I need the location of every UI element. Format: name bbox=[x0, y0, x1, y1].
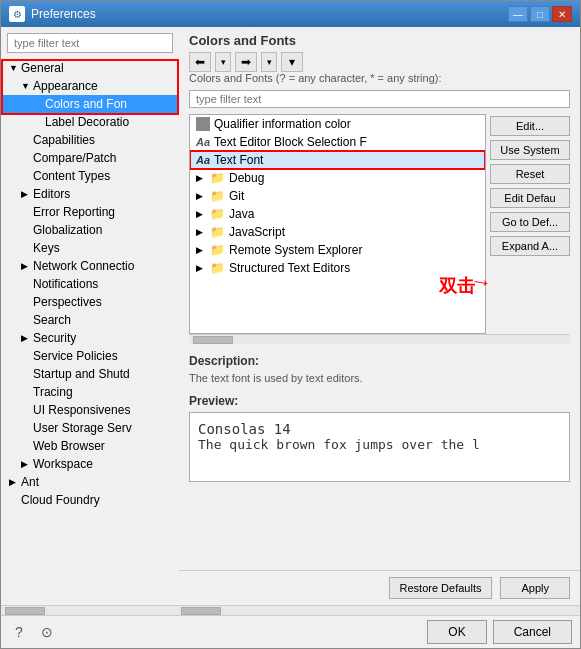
font-item-java[interactable]: ▶ 📁 Java bbox=[190, 205, 485, 223]
tree-item-security[interactable]: ▶ Security bbox=[1, 329, 179, 347]
tree-label-cloud-foundry: Cloud Foundry bbox=[21, 493, 100, 507]
tree-item-web-browser[interactable]: Web Browser bbox=[1, 437, 179, 455]
tree-item-notifications[interactable]: Notifications bbox=[1, 275, 179, 293]
tree-item-general[interactable]: ▼ General bbox=[1, 59, 179, 77]
tree-label-content-types: Content Types bbox=[33, 169, 110, 183]
tree-item-content-types[interactable]: Content Types bbox=[1, 167, 179, 185]
font-item-javascript[interactable]: ▶ 📁 JavaScript bbox=[190, 223, 485, 241]
font-list-hscrollbar[interactable] bbox=[189, 334, 570, 344]
tree-item-globalization[interactable]: Globalization bbox=[1, 221, 179, 239]
folder-icon-structured: 📁 bbox=[210, 261, 225, 275]
right-panel: Colors and Fonts ⬅ ▾ ➡ ▾ ▾ Colors and Fo… bbox=[179, 27, 580, 615]
font-item-git-label: Git bbox=[229, 189, 244, 203]
font-item-text-editor-block[interactable]: Aa Text Editor Block Selection F bbox=[190, 133, 485, 151]
tree-label-label-decorations: Label Decoratio bbox=[45, 115, 129, 129]
settings-icon[interactable]: ⊙ bbox=[37, 622, 57, 642]
help-icon[interactable]: ? bbox=[9, 622, 29, 642]
nav-menu-button[interactable]: ▾ bbox=[281, 52, 303, 72]
tree-item-service-policies[interactable]: Service Policies bbox=[1, 347, 179, 365]
tree-label-user-storage: User Storage Serv bbox=[33, 421, 132, 435]
tree-label-colors-fonts: Colors and Fon bbox=[45, 97, 127, 111]
tree-label-startup: Startup and Shutd bbox=[33, 367, 130, 381]
expand-icon-workspace: ▶ bbox=[21, 459, 31, 469]
tree-item-colors-fonts[interactable]: Colors and Fon bbox=[1, 95, 179, 113]
right-hscroll-thumb[interactable] bbox=[181, 607, 221, 615]
tree-item-user-storage[interactable]: User Storage Serv bbox=[1, 419, 179, 437]
font-item-debug[interactable]: ▶ 📁 Debug bbox=[190, 169, 485, 187]
font-item-text-font[interactable]: Aa Text Font bbox=[190, 151, 485, 169]
tree-item-keys[interactable]: Keys bbox=[1, 239, 179, 257]
font-item-qualifier-label: Qualifier information color bbox=[214, 117, 351, 131]
expand-icon-security: ▶ bbox=[21, 333, 31, 343]
title-bar-left: ⚙ Preferences bbox=[9, 6, 96, 22]
tree-item-compare-patch[interactable]: Compare/Patch bbox=[1, 149, 179, 167]
minimize-button[interactable]: — bbox=[508, 6, 528, 22]
expand-remote-icon: ▶ bbox=[196, 245, 206, 255]
left-panel-hscrollbar[interactable] bbox=[1, 605, 179, 615]
cancel-button[interactable]: Cancel bbox=[493, 620, 572, 644]
folder-icon-debug: 📁 bbox=[210, 171, 225, 185]
font-item-javascript-label: JavaScript bbox=[229, 225, 285, 239]
folder-icon-remote: 📁 bbox=[210, 243, 225, 257]
tree-label-capabilities: Capabilities bbox=[33, 133, 95, 147]
tree-item-search[interactable]: Search bbox=[1, 311, 179, 329]
tree-label-network: Network Connectio bbox=[33, 259, 134, 273]
use-system-button[interactable]: Use System bbox=[490, 140, 570, 160]
font-item-remote-system[interactable]: ▶ 📁 Remote System Explorer bbox=[190, 241, 485, 259]
go-to-default-button[interactable]: Go to Def... bbox=[490, 212, 570, 232]
nav-back-button[interactable]: ⬅ bbox=[189, 52, 211, 72]
tree-item-appearance[interactable]: ▼ Appearance bbox=[1, 77, 179, 95]
tree-label-security: Security bbox=[33, 331, 76, 345]
font-item-java-label: Java bbox=[229, 207, 254, 221]
edit-default-button[interactable]: Edit Defau bbox=[490, 188, 570, 208]
tree-item-error-reporting[interactable]: Error Reporting bbox=[1, 203, 179, 221]
tree-item-perspectives[interactable]: Perspectives bbox=[1, 293, 179, 311]
expand-icon-general: ▼ bbox=[9, 63, 19, 73]
tree-item-workspace[interactable]: ▶ Workspace bbox=[1, 455, 179, 473]
tree-item-editors[interactable]: ▶ Editors bbox=[1, 185, 179, 203]
maximize-button[interactable]: □ bbox=[530, 6, 550, 22]
tree-label-tracing: Tracing bbox=[33, 385, 73, 399]
edit-button[interactable]: Edit... bbox=[490, 116, 570, 136]
tree-item-capabilities[interactable]: Capabilities bbox=[1, 131, 179, 149]
font-item-text-font-label: Text Font bbox=[214, 153, 263, 167]
font-item-structured-label: Structured Text Editors bbox=[229, 261, 350, 275]
app-icon: ⚙ bbox=[9, 6, 25, 22]
nav-forward-dropdown[interactable]: ▾ bbox=[261, 52, 277, 72]
apply-button[interactable]: Apply bbox=[500, 577, 570, 599]
preview-sample-text: The quick brown fox jumps over the l bbox=[198, 437, 561, 452]
right-panel-hscrollbar[interactable] bbox=[179, 605, 580, 615]
expand-all-button[interactable]: Expand A... bbox=[490, 236, 570, 256]
close-button[interactable]: ✕ bbox=[552, 6, 572, 22]
right-filter-input[interactable] bbox=[189, 90, 570, 108]
tree-item-tracing[interactable]: Tracing bbox=[1, 383, 179, 401]
expand-icon-appearance: ▼ bbox=[21, 81, 31, 91]
tree-label-keys: Keys bbox=[33, 241, 60, 255]
reset-button[interactable]: Reset bbox=[490, 164, 570, 184]
left-filter-input[interactable] bbox=[7, 33, 173, 53]
font-item-structured-text[interactable]: ▶ 📁 Structured Text Editors bbox=[190, 259, 485, 277]
font-item-git[interactable]: ▶ 📁 Git bbox=[190, 187, 485, 205]
font-item-text-editor-block-label: Text Editor Block Selection F bbox=[214, 135, 367, 149]
tree-label-ant: Ant bbox=[21, 475, 39, 489]
ok-button[interactable]: OK bbox=[427, 620, 486, 644]
tree-item-ui-responsiveness[interactable]: UI Responsivenes bbox=[1, 401, 179, 419]
tree-item-ant[interactable]: ▶ Ant bbox=[1, 473, 179, 491]
tree-item-network-connections[interactable]: ▶ Network Connectio bbox=[1, 257, 179, 275]
left-hscroll-thumb[interactable] bbox=[5, 607, 45, 615]
footer-right: OK Cancel bbox=[427, 620, 572, 644]
font-item-qualifier[interactable]: Qualifier information color bbox=[190, 115, 485, 133]
tree-label-appearance: Appearance bbox=[33, 79, 98, 93]
tree-item-label-decorations[interactable]: Label Decoratio bbox=[1, 113, 179, 131]
folder-icon-git: 📁 bbox=[210, 189, 225, 203]
tree-item-startup-shutdown[interactable]: Startup and Shutd bbox=[1, 365, 179, 383]
tree-item-cloud-foundry[interactable]: Cloud Foundry bbox=[1, 491, 179, 509]
expand-structured-icon: ▶ bbox=[196, 263, 206, 273]
aa-icon-text-font: Aa bbox=[196, 154, 210, 166]
nav-back-dropdown[interactable]: ▾ bbox=[215, 52, 231, 72]
nav-forward-button[interactable]: ➡ bbox=[235, 52, 257, 72]
font-list-hscroll-thumb[interactable] bbox=[193, 336, 233, 344]
restore-defaults-button[interactable]: Restore Defaults bbox=[389, 577, 493, 599]
description-area: Description: The text font is used by te… bbox=[179, 348, 580, 390]
aa-icon-block: Aa bbox=[196, 136, 210, 148]
